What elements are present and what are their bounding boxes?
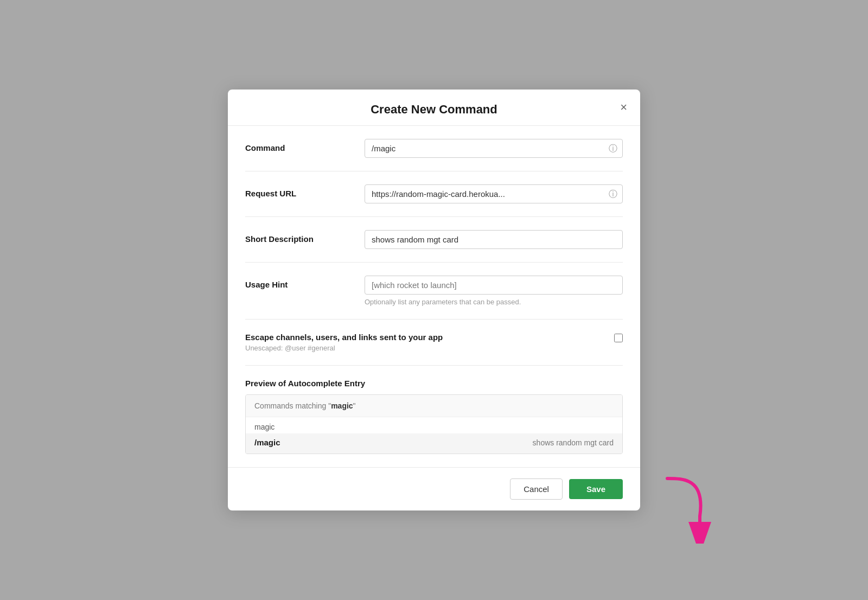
- preview-box: Commands matching "magic" magic /magic s…: [245, 394, 623, 454]
- save-button[interactable]: Save: [569, 479, 623, 499]
- escape-row: Escape channels, users, and links sent t…: [245, 320, 623, 366]
- short-description-input[interactable]: [365, 230, 623, 249]
- request-url-input[interactable]: [365, 184, 623, 203]
- usage-hint-row: Usage Hint Optionally list any parameter…: [245, 263, 623, 320]
- short-description-input-wrapper: [365, 230, 623, 249]
- command-field: ⓘ: [365, 139, 623, 158]
- close-button[interactable]: ×: [618, 99, 629, 116]
- short-description-field: [365, 230, 623, 249]
- request-url-row: Request URL ⓘ: [245, 171, 623, 217]
- preview-title: Preview of Autocomplete Entry: [245, 379, 623, 388]
- usage-hint-label: Usage Hint: [245, 276, 365, 289]
- preview-command-name: /magic: [254, 438, 280, 447]
- preview-search-row: Commands matching "magic": [246, 395, 622, 417]
- escape-sub: Unescaped: @user #general: [245, 344, 605, 352]
- cancel-button[interactable]: Cancel: [510, 478, 563, 500]
- modal-dialog: Create New Command × Command ⓘ Request U…: [228, 90, 640, 510]
- command-label: Command: [245, 139, 365, 152]
- usage-hint-input[interactable]: [365, 276, 623, 295]
- modal-footer: Cancel Save: [228, 467, 640, 510]
- modal-header: Create New Command ×: [228, 90, 640, 126]
- escape-label: Escape channels, users, and links sent t…: [245, 333, 605, 342]
- preview-section: Preview of Autocomplete Entry Commands m…: [245, 366, 623, 467]
- request-url-field: ⓘ: [365, 184, 623, 203]
- command-row: Command ⓘ: [245, 126, 623, 171]
- modal-title: Create New Command: [371, 103, 497, 117]
- escape-checkbox[interactable]: [614, 334, 623, 342]
- command-input-wrapper: ⓘ: [365, 139, 623, 158]
- usage-hint-input-wrapper: [365, 276, 623, 295]
- preview-command-desc: shows random mgt card: [533, 438, 614, 447]
- short-description-row: Short Description: [245, 217, 623, 263]
- usage-hint-field: Optionally list any parameters that can …: [365, 276, 623, 306]
- preview-search-highlight: magic: [331, 401, 353, 410]
- modal-overlay: Create New Command × Command ⓘ Request U…: [0, 0, 868, 600]
- arrow-annotation: [651, 473, 716, 546]
- preview-search-suffix: ": [353, 401, 356, 410]
- modal-body: Command ⓘ Request URL ⓘ: [228, 126, 640, 467]
- command-info-icon[interactable]: ⓘ: [609, 143, 617, 154]
- short-description-label: Short Description: [245, 230, 365, 244]
- usage-hint-hint: Optionally list any parameters that can …: [365, 298, 623, 306]
- request-url-info-icon[interactable]: ⓘ: [609, 188, 617, 200]
- preview-command-row: /magic shows random mgt card: [246, 433, 622, 454]
- preview-command-header: magic: [246, 417, 622, 433]
- request-url-input-wrapper: ⓘ: [365, 184, 623, 203]
- escape-checkbox-wrapper: [614, 334, 623, 344]
- preview-search-prefix: Commands matching ": [254, 401, 331, 410]
- request-url-label: Request URL: [245, 184, 365, 198]
- escape-content: Escape channels, users, and links sent t…: [245, 333, 605, 352]
- command-input[interactable]: [365, 139, 623, 158]
